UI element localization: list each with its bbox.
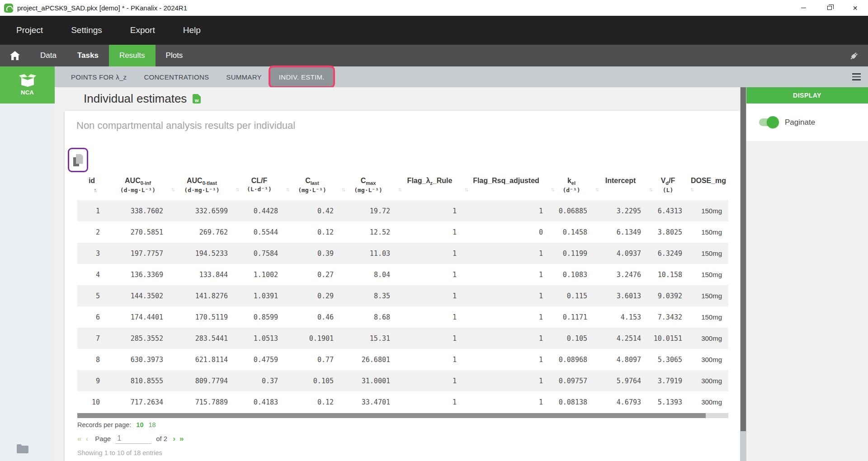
cell-flaglz: 1 [396,200,463,221]
cell-vdf: 10.158 [647,264,689,285]
subtab-menu-button[interactable] [852,66,861,87]
tab-results[interactable]: Results [109,45,156,66]
column-header-clast[interactable]: Clast(mg·L⁻¹)↑↓ [284,175,340,200]
column-header-id[interactable]: id↑↓ [77,175,106,200]
cell-flagrsq: 1 [463,243,549,264]
cell-auc0tlast: 141.8276 [170,285,234,306]
cell-kel: 0.08138 [549,391,594,413]
page-number-input[interactable] [115,433,151,444]
restore-icon [827,6,832,10]
connection-button[interactable] [849,45,868,66]
cell-id: 9 [77,370,106,391]
column-header-kel[interactable]: kel(d⁻¹)↑↓ [549,175,594,200]
column-header-vdf[interactable]: Vd/F(L)↑↓ [647,175,689,200]
column-header-intercept[interactable]: Intercept↑↓ [594,175,647,200]
menu-help[interactable]: Help [183,25,201,35]
records-option-10[interactable]: 10 [136,421,143,428]
cell-flaglz: 1 [396,391,463,413]
subtab-summary[interactable]: SUMMARY [217,66,270,87]
close-button[interactable]: ✕ [842,0,868,16]
next-page-button[interactable]: › [173,434,175,443]
cell-clf: 1.1002 [234,264,284,285]
tab-tasks[interactable]: Tasks [67,45,109,66]
subtab-indiv-estim[interactable]: INDIV. ESTIM. [270,66,333,87]
cell-intercept: 4.2514 [594,328,647,349]
cell-cmax: 12.52 [340,221,396,243]
menu-export[interactable]: Export [130,25,155,35]
folder-icon [16,444,29,454]
menu-settings[interactable]: Settings [71,25,102,35]
table-subtitle: Non compartmental analysis results per i… [76,120,295,132]
cell-cmax: 33.4701 [340,391,396,413]
cell-dose: 300mg [689,391,728,413]
toggle-knob [767,116,779,128]
cell-clast: 0.46 [284,306,340,328]
project-folder-button[interactable] [16,444,29,454]
minimize-button[interactable] [791,0,816,16]
tab-plots[interactable]: Plots [156,45,193,66]
cell-kel: 0.115 [549,285,594,306]
cell-kel: 0.1199 [549,243,594,264]
nca-box-icon [19,74,36,87]
maximize-button[interactable] [816,0,842,16]
table-row-7: 7285.3552283.54411.05130.190115.31110.10… [77,328,728,349]
cell-cmax: 8.04 [340,264,396,285]
home-icon [10,51,20,60]
cell-auc0tlast: 809.7794 [170,370,234,391]
cell-clast: 0.42 [284,200,340,221]
cell-clast: 0.29 [284,285,340,306]
cell-clf: 0.7584 [234,243,284,264]
cell-auc0tlast: 621.8114 [170,349,234,370]
cell-auc0inf: 197.7757 [106,243,170,264]
paginate-toggle[interactable] [759,118,777,126]
column-header-auc0inf[interactable]: AUC0-inf(d·mg·L⁻¹)↑↓ [106,175,170,200]
column-header-auc0tlast[interactable]: AUC0-tlast(d·mg·L⁻¹)↑↓ [170,175,234,200]
table-row-5: 5144.3502141.82761.03910.298.35110.1153.… [77,285,728,306]
column-header-dose[interactable]: DOSE_mg [689,175,728,200]
cell-auc0tlast: 269.762 [170,221,234,243]
cell-clast: 0.1901 [284,328,340,349]
cell-auc0inf: 174.4401 [106,306,170,328]
content-vertical-scrollbar[interactable] [740,87,746,461]
cell-flagrsq: 1 [463,285,549,306]
word-export-icon[interactable]: w [193,94,201,103]
cell-intercept: 4.8097 [594,349,647,370]
subtab-points-for-lambda-z[interactable]: POINTS FOR λ_z [62,66,135,87]
cell-vdf: 5.3065 [647,349,689,370]
hscrollbar-thumb[interactable] [77,413,706,418]
records-option-18[interactable]: 18 [149,421,156,428]
menu-project[interactable]: Project [16,25,43,35]
sort-arrows-id[interactable]: ↑↓ [94,187,96,193]
sidebar-item-nca[interactable]: NCA [0,66,55,103]
cell-flagrsq: 1 [463,349,549,370]
table-horizontal-scrollbar[interactable] [77,413,728,418]
cell-id: 5 [77,285,106,306]
column-header-cmax[interactable]: Cmax(mg·L⁻¹)↑↓ [340,175,396,200]
first-page-button[interactable]: « [77,434,81,443]
cell-id: 10 [77,391,106,413]
column-header-flagrsq[interactable]: Flag_Rsq_adjusted↑↓ [463,175,549,200]
prev-page-button[interactable]: ‹ [85,434,88,443]
cell-vdf: 7.3432 [647,306,689,328]
main-content: Individual estimates w Non compartmental… [55,87,746,461]
vscrollbar-thumb[interactable] [741,87,746,431]
window-controls: ✕ [791,0,868,16]
cell-intercept: 4.0937 [594,243,647,264]
subtab-concentrations[interactable]: CONCENTRATIONS [135,66,217,87]
home-button[interactable] [0,45,30,66]
tab-data[interactable]: Data [30,45,67,66]
last-page-button[interactable]: » [179,434,184,443]
records-per-page: Records per page: 10 18 [77,421,156,428]
cell-clf: 1.0391 [234,285,284,306]
column-header-flaglz[interactable]: Flag_λz_Rule↑↓ [396,175,463,200]
cell-flagrsq: 0 [463,221,549,243]
cell-flaglz: 1 [396,349,463,370]
cell-dose: 150mg [689,243,728,264]
column-header-clf[interactable]: CL/F(L·d⁻¹)↑↓ [234,175,284,200]
cell-dose: 300mg [689,370,728,391]
cell-intercept: 4.153 [594,306,647,328]
display-panel-header: DISPLAY [746,87,868,103]
cell-auc0tlast: 194.5233 [170,243,234,264]
cell-kel: 0.1171 [549,306,594,328]
copy-table-button[interactable] [68,148,88,172]
